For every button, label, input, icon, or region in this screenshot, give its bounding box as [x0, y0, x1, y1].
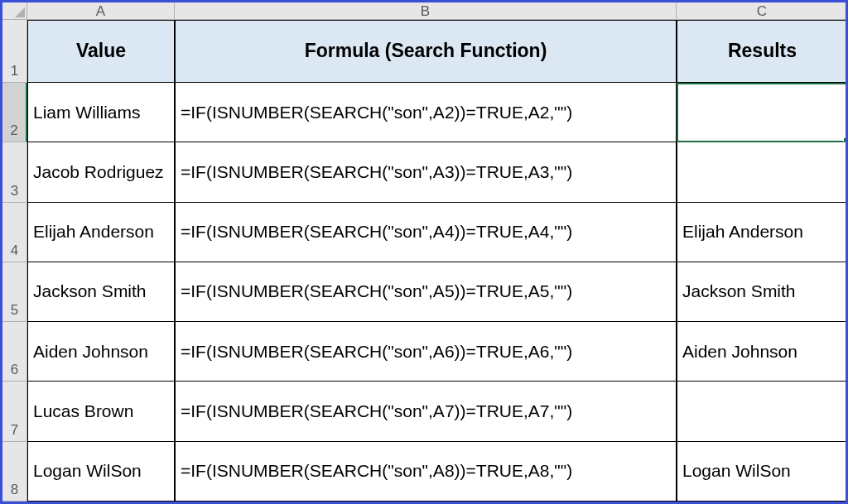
row-head-7[interactable]: 7: [2, 382, 27, 441]
row-head-4[interactable]: 4: [2, 203, 27, 262]
cell-a3[interactable]: Jacob Rodriguez: [27, 142, 175, 202]
row-head-5[interactable]: 5: [2, 262, 27, 322]
row-3: 3 Jacob Rodriguez =IF(ISNUMBER(SEARCH("s…: [2, 142, 846, 202]
cell-b2[interactable]: =IF(ISNUMBER(SEARCH("son",A2))=TRUE,A2,"…: [175, 83, 677, 142]
cell-c8[interactable]: Logan WilSon: [677, 442, 848, 502]
cell-b7[interactable]: =IF(ISNUMBER(SEARCH("son",A7))=TRUE,A7,"…: [175, 382, 677, 441]
row-2: 2 Liam Williams =IF(ISNUMBER(SEARCH("son…: [2, 83, 846, 142]
row-6: 6 Aiden Johnson =IF(ISNUMBER(SEARCH("son…: [2, 322, 846, 382]
cell-b8[interactable]: =IF(ISNUMBER(SEARCH("son",A8))=TRUE,A8,"…: [175, 442, 677, 502]
row-8: 8 Logan WilSon =IF(ISNUMBER(SEARCH("son"…: [2, 442, 846, 502]
cell-b6[interactable]: =IF(ISNUMBER(SEARCH("son",A6))=TRUE,A6,"…: [175, 322, 677, 382]
row-1: 1 Value Formula (Search Function) Result…: [2, 20, 846, 83]
col-head-c[interactable]: C: [677, 2, 848, 20]
rows-container: 1 Value Formula (Search Function) Result…: [2, 20, 846, 502]
header-formula[interactable]: Formula (Search Function): [175, 20, 677, 83]
cell-a6[interactable]: Aiden Johnson: [27, 322, 175, 382]
row-4: 4 Elijah Anderson =IF(ISNUMBER(SEARCH("s…: [2, 203, 846, 262]
row-7: 7 Lucas Brown =IF(ISNUMBER(SEARCH("son",…: [2, 382, 846, 441]
header-results[interactable]: Results: [677, 20, 848, 83]
row-head-8[interactable]: 8: [2, 442, 27, 502]
cell-a4[interactable]: Elijah Anderson: [27, 203, 175, 262]
cell-b3[interactable]: =IF(ISNUMBER(SEARCH("son",A3))=TRUE,A3,"…: [175, 142, 677, 202]
cell-c6[interactable]: Aiden Johnson: [677, 322, 848, 382]
cell-b5[interactable]: =IF(ISNUMBER(SEARCH("son",A5))=TRUE,A5,"…: [175, 262, 677, 322]
row-head-3[interactable]: 3: [2, 142, 27, 202]
cell-c5[interactable]: Jackson Smith: [677, 262, 848, 322]
col-head-b[interactable]: B: [175, 2, 677, 20]
select-all-corner[interactable]: [2, 2, 27, 20]
col-head-a[interactable]: A: [27, 2, 175, 20]
cell-a5[interactable]: Jackson Smith: [27, 262, 175, 322]
row-head-2[interactable]: 2: [2, 83, 27, 142]
cell-c4[interactable]: Elijah Anderson: [677, 203, 848, 262]
cell-b4[interactable]: =IF(ISNUMBER(SEARCH("son",A4))=TRUE,A4,"…: [175, 203, 677, 262]
cell-a2[interactable]: Liam Williams: [27, 83, 175, 142]
cell-a8[interactable]: Logan WilSon: [27, 442, 175, 502]
cell-c2[interactable]: [677, 83, 848, 142]
row-head-1[interactable]: 1: [2, 20, 27, 83]
select-all-icon: [15, 7, 25, 17]
cell-c3[interactable]: [677, 142, 848, 202]
column-headers: A B C: [2, 2, 846, 20]
spreadsheet: A B C 1 Value Formula (Search Function) …: [2, 2, 846, 502]
cell-a7[interactable]: Lucas Brown: [27, 382, 175, 441]
header-value[interactable]: Value: [27, 20, 175, 83]
row-5: 5 Jackson Smith =IF(ISNUMBER(SEARCH("son…: [2, 262, 846, 322]
row-head-6[interactable]: 6: [2, 322, 27, 382]
cell-c7[interactable]: [677, 382, 848, 441]
